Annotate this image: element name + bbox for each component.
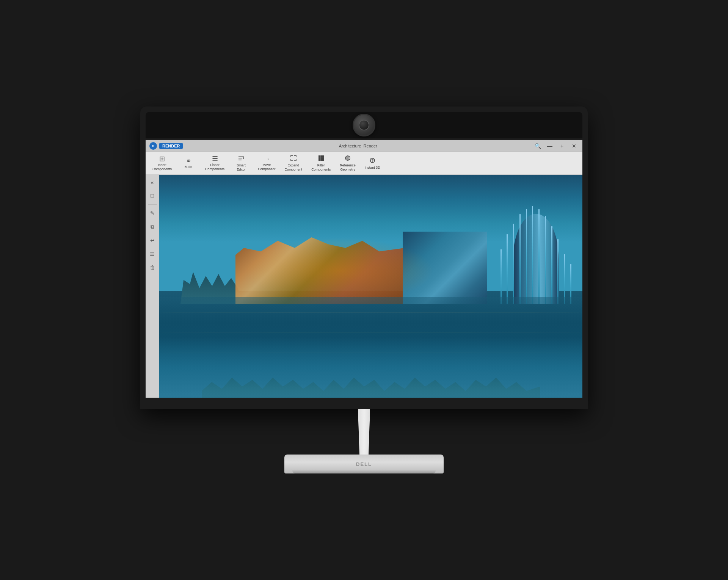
title-bar-left: R RENDER: [149, 142, 183, 150]
sidebar: « ☐ ✎ ⧉ ↩ ☰: [146, 175, 159, 398]
fin-10: [557, 239, 559, 304]
toolbar-linear-components[interactable]: ☰ LinearComponents: [201, 154, 228, 173]
fin-6: [532, 206, 533, 304]
monitor-brand-label: DELL: [356, 461, 372, 467]
svg-rect-12: [320, 159, 322, 161]
reference-geometry-icon: [344, 155, 351, 163]
svg-rect-9: [320, 157, 322, 159]
svg-rect-13: [322, 159, 324, 161]
toolbar-insert-components[interactable]: ⊞ InsertComponents: [149, 154, 176, 173]
svg-rect-11: [318, 159, 320, 161]
sidebar-undo-button[interactable]: ↩: [147, 235, 158, 246]
toolbar-mate[interactable]: ⚭ Mate: [177, 154, 200, 173]
sidebar-delete-button[interactable]: 🗑: [147, 262, 158, 273]
tower-right: [498, 204, 574, 304]
select-icon: ☐: [150, 193, 154, 199]
reflection-line-1: [159, 312, 582, 313]
close-button[interactable]: ✕: [570, 142, 579, 150]
collapse-icon: «: [151, 179, 154, 185]
tower-fins: [498, 204, 574, 304]
svg-rect-8: [318, 157, 320, 159]
title-bar-controls: 🔍 — + ✕: [533, 142, 579, 150]
monitor-top-bar: [146, 112, 582, 138]
move-component-icon: →: [263, 155, 270, 162]
insert-components-icon: ⊞: [159, 155, 165, 162]
toolbar: ⊞ InsertComponents ⚭ Mate ☰ LinearCompon…: [146, 152, 582, 175]
architecture-render-image: [159, 175, 582, 398]
fin-9: [551, 226, 552, 304]
app-logo-icon: R: [149, 142, 157, 150]
fin-3: [513, 224, 514, 304]
maximize-button[interactable]: +: [557, 142, 566, 150]
svg-rect-6: [320, 155, 322, 157]
toolbar-instant-3d[interactable]: Instant 3D: [361, 154, 384, 173]
undo-icon: ↩: [150, 237, 155, 243]
insert-components-label: InsertComponents: [152, 163, 172, 171]
mate-label: Mate: [185, 165, 192, 169]
sidebar-draw-button[interactable]: ✎: [147, 208, 158, 218]
mate-icon: ⚭: [186, 157, 191, 164]
svg-rect-5: [318, 155, 320, 157]
copy-icon: ⧉: [151, 224, 154, 230]
content-area: « ☐ ✎ ⧉ ↩ ☰: [146, 175, 582, 398]
expand-component-icon: [290, 155, 297, 163]
smart-editor-icon: [238, 155, 245, 163]
move-component-label: MoveComponent: [258, 163, 276, 171]
expand-component-label: ExpandComponent: [285, 163, 303, 172]
camera-lens: [359, 120, 369, 130]
reference-geometry-label: ReferenceGeometry: [340, 163, 356, 172]
reflection-line-2: [159, 332, 582, 333]
instant-3d-icon: [369, 157, 376, 165]
filter-components-label: FilterComponents: [311, 163, 331, 172]
webcam-module: [353, 114, 375, 136]
title-bar: R RENDER Architecture_Render 🔍 — + ✕: [146, 140, 582, 152]
svg-rect-10: [322, 157, 324, 159]
delete-icon: 🗑: [150, 265, 155, 271]
fin-5: [526, 209, 527, 304]
smart-editor-label: SmartEditor: [237, 163, 246, 172]
window-title: Architecture_Render: [339, 144, 377, 148]
main-canvas[interactable]: [159, 175, 582, 398]
monitor-body: R RENDER Architecture_Render 🔍 — + ✕ ⊞ I…: [140, 107, 588, 409]
fin-11: [564, 254, 565, 304]
sidebar-list-button[interactable]: ☰: [147, 249, 158, 259]
svg-line-3: [243, 158, 244, 159]
fin-7: [538, 209, 540, 304]
minimize-button[interactable]: —: [545, 142, 554, 150]
fin-4: [519, 214, 521, 304]
sidebar-select-button[interactable]: ☐: [147, 191, 158, 201]
monitor-stand-base: DELL: [284, 455, 444, 473]
fin-1: [500, 249, 502, 304]
list-icon: ☰: [150, 251, 155, 257]
search-button[interactable]: 🔍: [533, 142, 542, 150]
toolbar-smart-editor[interactable]: SmartEditor: [230, 154, 253, 173]
warm-glow-layer: [244, 237, 434, 304]
app-name-label: RENDER: [159, 143, 183, 149]
reflection-line-3: [159, 353, 582, 353]
linear-components-icon: ☰: [212, 155, 218, 162]
draw-icon: ✎: [150, 210, 155, 216]
water-reflections-layer: [159, 297, 582, 398]
sidebar-collapse-button[interactable]: «: [147, 177, 158, 188]
monitor-wrapper: R RENDER Architecture_Render 🔍 — + ✕ ⊞ I…: [136, 107, 592, 473]
toolbar-expand-component[interactable]: ExpandComponent: [281, 154, 306, 173]
reflection-line-4: [159, 373, 582, 373]
toolbar-reference-geometry[interactable]: ReferenceGeometry: [336, 154, 359, 173]
filter-components-icon: [318, 155, 325, 163]
linear-components-label: LinearComponents: [205, 163, 224, 171]
fin-8: [545, 216, 546, 304]
screen: R RENDER Architecture_Render 🔍 — + ✕ ⊞ I…: [146, 140, 582, 398]
instant-3d-label: Instant 3D: [365, 166, 380, 170]
fin-2: [507, 234, 508, 304]
svg-rect-7: [322, 155, 324, 157]
toolbar-move-component[interactable]: → MoveComponent: [254, 154, 279, 173]
toolbar-filter-components[interactable]: FilterComponents: [308, 154, 334, 173]
monitor-chin: [146, 398, 582, 405]
monitor-stand-neck: [349, 409, 379, 455]
sidebar-divider-1: [148, 204, 157, 205]
sidebar-copy-button[interactable]: ⧉: [147, 221, 158, 232]
